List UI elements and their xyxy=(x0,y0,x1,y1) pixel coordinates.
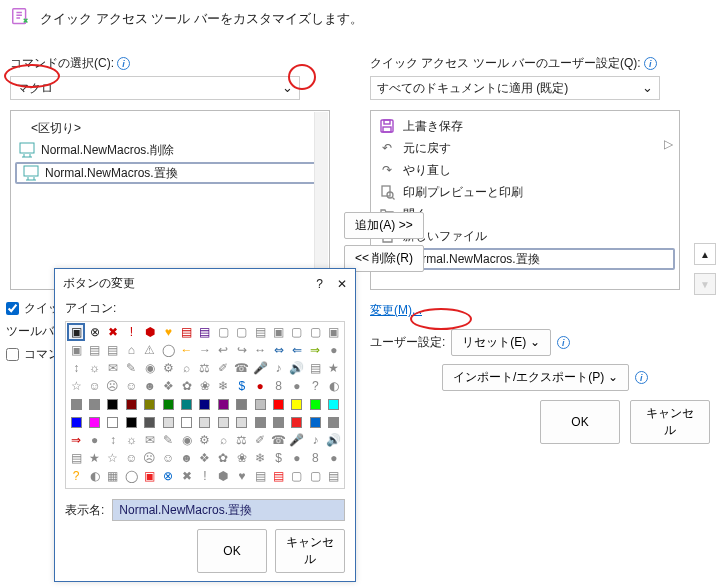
icon-cell[interactable]: ▢ xyxy=(214,323,232,341)
info-icon[interactable]: i xyxy=(644,57,657,70)
display-name-input[interactable] xyxy=(112,499,345,521)
icon-cell[interactable]: ← xyxy=(177,341,195,359)
icon-cell[interactable]: ☹ xyxy=(104,377,122,395)
icon-cell[interactable]: ✿ xyxy=(214,449,232,467)
icon-cell[interactable]: ▣ xyxy=(141,467,159,485)
icon-cell[interactable]: ✎ xyxy=(122,359,140,377)
icon-cell[interactable]: ☺ xyxy=(85,377,103,395)
icon-cell[interactable]: ◐ xyxy=(85,467,103,485)
icon-cell[interactable]: ▢ xyxy=(306,467,324,485)
icon-cell[interactable]: ☻ xyxy=(177,449,195,467)
cancel-button[interactable]: キャンセル xyxy=(630,400,710,444)
icon-cell[interactable]: ▣ xyxy=(67,341,85,359)
checkbox-command-input[interactable] xyxy=(6,348,19,361)
icon-cell[interactable]: ▤ xyxy=(177,485,195,489)
list-item[interactable]: 上書き保存 xyxy=(371,115,679,137)
icon-cell[interactable]: ▢ xyxy=(288,323,306,341)
icon-cell[interactable]: ▣ xyxy=(141,485,159,489)
icon-cell[interactable] xyxy=(251,413,269,431)
icon-cell[interactable]: ⇒ xyxy=(306,341,324,359)
icon-cell[interactable]: ♥ xyxy=(233,467,251,485)
icon-cell[interactable]: ● xyxy=(288,377,306,395)
dialog-ok-button[interactable]: OK xyxy=(197,529,267,573)
move-up-button[interactable]: ▲ xyxy=(694,243,716,265)
icon-cell[interactable]: ▣ xyxy=(269,323,287,341)
icon-cell[interactable]: ☺ xyxy=(122,377,140,395)
info-icon[interactable]: i xyxy=(635,371,648,384)
icon-cell[interactable]: ⇒ xyxy=(67,431,85,449)
icon-cell[interactable]: 🔊 xyxy=(288,359,306,377)
icon-cell[interactable]: ⬢ xyxy=(214,467,232,485)
icon-cell[interactable]: ▤ xyxy=(104,341,122,359)
list-item[interactable]: ↷ やり直し xyxy=(371,159,679,181)
list-item[interactable]: Normal.NewMacros.置換 xyxy=(15,162,325,184)
icon-cell[interactable]: ✉ xyxy=(104,359,122,377)
icon-cell[interactable]: ☆ xyxy=(104,449,122,467)
icon-cell[interactable]: ★ xyxy=(85,449,103,467)
import-export-button[interactable]: インポート/エクスポート(P) ⌄ xyxy=(442,364,629,391)
icon-cell[interactable]: ⚖ xyxy=(196,359,214,377)
info-icon[interactable]: i xyxy=(117,57,130,70)
icon-cell[interactable]: ← xyxy=(251,485,269,489)
add-button[interactable]: 追加(A) >> xyxy=(344,212,424,239)
icon-cell[interactable] xyxy=(269,395,287,413)
icon-cell[interactable]: ☻ xyxy=(141,377,159,395)
icon-cell[interactable]: ● xyxy=(325,449,343,467)
icon-cell[interactable]: ♪ xyxy=(306,431,324,449)
icon-cell[interactable]: ↕ xyxy=(67,359,85,377)
commands-list[interactable]: <区切り> Normal.NewMacros.削除 Normal.NewMacr… xyxy=(10,110,330,290)
icon-cell[interactable]: ↕ xyxy=(104,431,122,449)
icon-cell[interactable]: ▢ xyxy=(306,323,324,341)
icon-cell[interactable]: ↔ xyxy=(325,485,343,489)
icon-cell[interactable] xyxy=(159,395,177,413)
icon-cell[interactable]: ▤ xyxy=(251,467,269,485)
commands-dropdown[interactable]: マクロ xyxy=(10,76,300,100)
icon-cell[interactable]: ↩ xyxy=(214,341,232,359)
list-item[interactable]: 印刷プレビューと印刷 xyxy=(371,181,679,203)
icon-cell[interactable] xyxy=(269,413,287,431)
icon-cell[interactable]: ▤ xyxy=(325,467,343,485)
icon-cell[interactable] xyxy=(177,395,195,413)
icon-cell[interactable]: ❀ xyxy=(196,377,214,395)
icon-cell[interactable]: ⊗ xyxy=(85,323,103,341)
icon-grid[interactable]: ▣⊗✖!⬢♥▤▤▢▢▤▣▢▢▣▣▤▤⌂⚠◯←→↩↪↔⇔⇐⇒●↕☼✉✎◉⚙⌕⚖✐☎… xyxy=(65,321,345,489)
icon-cell[interactable]: ☺ xyxy=(159,449,177,467)
icon-cell[interactable]: ▣ xyxy=(325,323,343,341)
icon-cell[interactable]: ● xyxy=(325,341,343,359)
icon-cell[interactable]: → xyxy=(196,341,214,359)
icon-cell[interactable]: ◯ xyxy=(122,467,140,485)
icon-cell[interactable] xyxy=(196,395,214,413)
icon-cell[interactable]: ♪ xyxy=(269,359,287,377)
icon-cell[interactable]: 🎤 xyxy=(251,359,269,377)
icon-cell[interactable]: ✐ xyxy=(251,431,269,449)
icon-cell[interactable]: ▣ xyxy=(67,485,85,489)
icon-cell[interactable] xyxy=(122,395,140,413)
icon-cell[interactable] xyxy=(141,395,159,413)
icon-cell[interactable]: ▤ xyxy=(67,449,85,467)
icon-cell[interactable]: ⌂ xyxy=(196,485,214,489)
icon-cell[interactable]: ⌕ xyxy=(177,359,195,377)
icon-cell[interactable]: ▤ xyxy=(159,485,177,489)
icon-cell[interactable]: ? xyxy=(67,467,85,485)
info-icon[interactable]: i xyxy=(557,336,570,349)
icon-cell[interactable]: ▤ xyxy=(85,341,103,359)
icon-cell[interactable]: ◯ xyxy=(233,485,251,489)
icon-cell[interactable] xyxy=(67,395,85,413)
icon-cell[interactable]: ⬢ xyxy=(141,323,159,341)
list-item[interactable]: Normal.NewMacros.削除 xyxy=(11,139,329,161)
icon-cell[interactable]: ⊗ xyxy=(159,467,177,485)
icon-cell[interactable] xyxy=(325,395,343,413)
icon-cell[interactable] xyxy=(306,395,324,413)
icon-cell[interactable]: ⚙ xyxy=(196,431,214,449)
icon-cell[interactable]: ★ xyxy=(325,359,343,377)
icon-cell[interactable]: ❄ xyxy=(214,377,232,395)
icon-cell[interactable] xyxy=(177,413,195,431)
icon-cell[interactable]: ✎ xyxy=(159,431,177,449)
icon-cell[interactable]: ✉ xyxy=(141,431,159,449)
remove-button[interactable]: << 削除(R) xyxy=(344,245,424,272)
help-button[interactable]: ? xyxy=(316,277,323,291)
icon-cell[interactable] xyxy=(233,413,251,431)
icon-cell[interactable]: ▤ xyxy=(269,467,287,485)
icon-cell[interactable] xyxy=(233,395,251,413)
icon-cell[interactable]: ● xyxy=(288,449,306,467)
